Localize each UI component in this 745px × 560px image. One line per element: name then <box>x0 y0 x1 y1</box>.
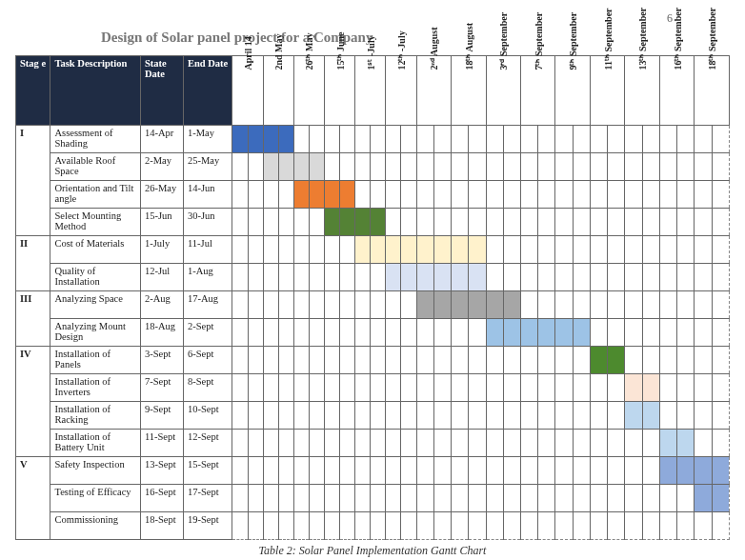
gantt-cell <box>248 374 263 402</box>
gantt-cell <box>520 126 537 153</box>
gantt-cell <box>371 319 386 347</box>
gantt-cell <box>555 457 573 485</box>
task-cell: Orientation and Tilt angle <box>50 181 140 209</box>
gantt-cell <box>469 209 486 236</box>
gantt-cell <box>401 319 416 347</box>
gantt-cell <box>263 457 278 485</box>
gantt-cell <box>386 319 401 347</box>
gantt-cell <box>248 181 263 209</box>
gantt-cell <box>503 126 520 153</box>
gantt-cell <box>401 236 416 264</box>
gantt-cell <box>278 512 293 540</box>
gantt-cell <box>538 457 555 485</box>
gantt-cell <box>625 457 642 485</box>
gantt-cell <box>325 512 340 540</box>
gantt-cell <box>486 236 503 264</box>
gantt-cell <box>278 264 293 291</box>
gantt-cell <box>486 347 503 374</box>
gantt-cell <box>371 236 386 264</box>
gantt-cell <box>695 319 712 347</box>
gantt-cell <box>355 126 371 153</box>
gantt-cell <box>503 319 520 347</box>
gantt-cell <box>659 209 676 236</box>
gantt-cell <box>469 485 486 512</box>
start-date-cell: 16-Sept <box>140 485 183 512</box>
gantt-cell <box>608 402 625 430</box>
gantt-cell <box>677 347 695 374</box>
gantt-cell <box>355 485 371 512</box>
gantt-cell <box>371 347 386 374</box>
gantt-cell <box>677 181 695 209</box>
gantt-cell <box>538 236 555 264</box>
gantt-cell <box>309 512 324 540</box>
gantt-cell <box>452 319 469 347</box>
gantt-cell <box>401 457 416 485</box>
gantt-cell <box>503 374 520 402</box>
gantt-cell <box>293 402 309 430</box>
start-date-cell: 9-Sept <box>140 402 183 430</box>
gantt-cell <box>677 236 695 264</box>
gantt-cell <box>433 457 451 485</box>
gantt-cell <box>401 402 416 430</box>
gantt-cell <box>659 457 676 485</box>
gantt-cell <box>677 430 695 457</box>
gantt-cell <box>573 236 590 264</box>
gantt-cell <box>401 485 416 512</box>
gantt-cell <box>538 485 555 512</box>
gantt-cell <box>469 236 486 264</box>
start-date-cell: 2-May <box>140 153 183 181</box>
date-col-2: 26ᵗʰ May <box>293 56 324 126</box>
gantt-cell <box>263 347 278 374</box>
gantt-cell <box>573 319 590 347</box>
gantt-cell <box>695 264 712 291</box>
gantt-cell <box>355 430 371 457</box>
gantt-cell <box>401 153 416 181</box>
date-col-1: 2nd May <box>263 56 293 126</box>
gantt-cell <box>590 402 607 430</box>
gantt-cell <box>642 291 659 319</box>
gantt-cell <box>695 430 712 457</box>
gantt-cell <box>555 430 573 457</box>
gantt-cell <box>695 153 712 181</box>
table-row: Testing of Efficacy16-Sept17-Sept <box>16 485 730 512</box>
gantt-cell <box>248 264 263 291</box>
gantt-cell <box>386 485 401 512</box>
gantt-cell <box>340 402 355 430</box>
gantt-cell <box>625 264 642 291</box>
gantt-cell <box>642 512 659 540</box>
gantt-cell <box>263 153 278 181</box>
gantt-cell <box>469 319 486 347</box>
gantt-cell <box>677 291 695 319</box>
gantt-cell <box>340 153 355 181</box>
gantt-cell <box>503 153 520 181</box>
gantt-cell <box>293 153 309 181</box>
gantt-cell <box>340 126 355 153</box>
gantt-cell <box>555 374 573 402</box>
gantt-cell <box>520 430 537 457</box>
gantt-cell <box>293 430 309 457</box>
gantt-cell <box>503 291 520 319</box>
gantt-cell <box>590 457 607 485</box>
gantt-cell <box>503 485 520 512</box>
gantt-cell <box>325 485 340 512</box>
gantt-cell <box>590 126 607 153</box>
gantt-cell <box>416 236 433 264</box>
gantt-cell <box>486 430 503 457</box>
gantt-cell <box>659 291 676 319</box>
gantt-cell <box>608 319 625 347</box>
start-date-cell: 3-Sept <box>140 347 183 374</box>
gantt-cell <box>503 347 520 374</box>
gantt-cell <box>355 347 371 374</box>
start-date-cell: 1-July <box>140 236 183 264</box>
gantt-cell <box>263 126 278 153</box>
gantt-cell <box>452 457 469 485</box>
gantt-cell <box>659 264 676 291</box>
gantt-cell <box>573 457 590 485</box>
date-col-11: 11ᵗʰ September <box>590 56 624 126</box>
gantt-cell <box>555 126 573 153</box>
gantt-cell <box>293 209 309 236</box>
gantt-cell <box>555 319 573 347</box>
gantt-cell <box>659 374 676 402</box>
gantt-cell <box>386 512 401 540</box>
gantt-cell <box>386 374 401 402</box>
